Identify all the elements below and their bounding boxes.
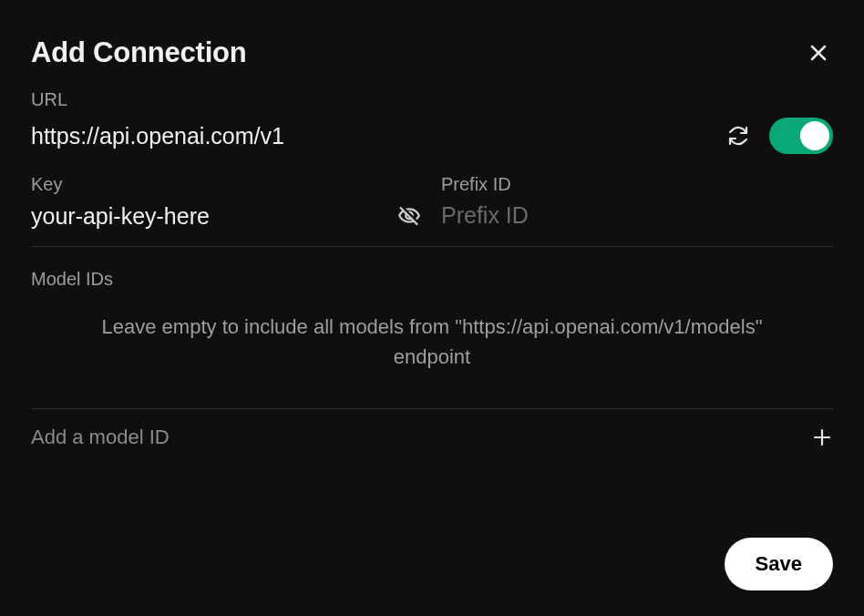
add-model-button[interactable] <box>811 426 833 448</box>
modal-header: Add Connection <box>31 36 833 69</box>
plus-icon <box>811 426 833 448</box>
prefix-id-input[interactable] <box>441 202 833 229</box>
url-input[interactable] <box>31 123 707 149</box>
api-key-input[interactable] <box>31 203 385 230</box>
modal-footer: Save <box>31 538 833 590</box>
refresh-button[interactable] <box>724 121 753 150</box>
key-row <box>31 202 423 230</box>
add-connection-modal: Add Connection URL <box>0 0 864 616</box>
url-row <box>31 118 833 154</box>
modal-title: Add Connection <box>31 36 247 69</box>
key-field-group: Key <box>31 174 423 230</box>
refresh-icon <box>727 125 749 147</box>
toggle-visibility-button[interactable] <box>396 202 423 230</box>
close-icon <box>807 42 829 64</box>
add-model-row <box>31 426 833 449</box>
url-label: URL <box>31 89 833 110</box>
key-prefix-row: Key Prefix ID <box>31 174 833 230</box>
url-field-group: URL <box>31 89 833 174</box>
save-button[interactable]: Save <box>725 538 833 590</box>
model-ids-helper: Leave empty to include all models from "… <box>31 312 833 372</box>
connection-toggle[interactable] <box>769 118 833 154</box>
prefix-field-group: Prefix ID <box>441 174 833 230</box>
toggle-knob <box>800 121 829 150</box>
model-ids-label: Model IDs <box>31 269 833 290</box>
prefix-label: Prefix ID <box>441 174 833 195</box>
eye-off-icon <box>397 204 421 228</box>
key-label: Key <box>31 174 423 195</box>
divider <box>31 246 833 247</box>
close-button[interactable] <box>804 38 833 67</box>
divider <box>31 408 833 409</box>
add-model-input[interactable] <box>31 426 811 449</box>
